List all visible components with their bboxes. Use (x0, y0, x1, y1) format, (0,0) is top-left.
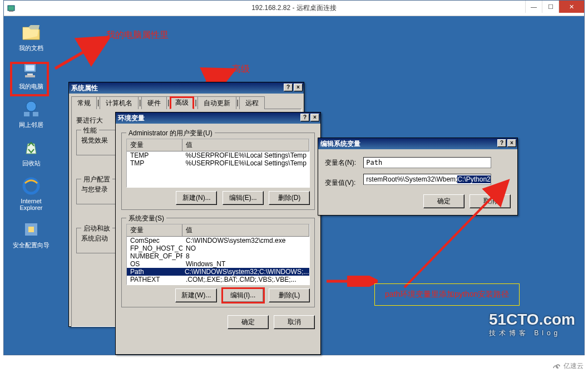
user-vars-group: Administrator 的用户变量(U) 变量值 TEMP%USERPROF… (121, 133, 315, 210)
close-button[interactable]: × (507, 139, 516, 147)
user-new-button[interactable]: 新建(N)... (176, 191, 217, 205)
close-button[interactable]: × (294, 84, 303, 91)
sys-edit-button[interactable]: 编辑(I)... (223, 288, 264, 302)
annotation-pathnote: path环境变量里添加python安装路径 (374, 283, 520, 306)
envvars-cancel-button[interactable]: 取消 (274, 315, 315, 329)
envvars-titlebar[interactable]: 环境变量 ?× (116, 112, 320, 124)
user-edit-button[interactable]: 编辑(E)... (223, 191, 264, 205)
tab-hardware[interactable]: 硬件 (141, 96, 167, 109)
svg-rect-8 (33, 112, 38, 116)
desktop-icon-mycomputer[interactable]: 我的电脑 (9, 61, 53, 91)
envvars-body: Administrator 的用户变量(U) 变量值 TEMP%USERPROF… (116, 124, 320, 335)
folder-icon (21, 23, 42, 42)
desktop-icon-ie[interactable]: Internet Explorer (9, 177, 53, 211)
desktop-icon-recycle[interactable]: 回收站 (9, 138, 53, 168)
secwiz-icon (21, 220, 42, 239)
list-item[interactable]: NUMBER_OF_PR...8 (127, 252, 309, 260)
list-item[interactable]: PATHEXT.COM;.EXE;.BAT;.CMD;.VBS;.VBE;... (127, 276, 309, 283)
help-button[interactable]: ? (497, 139, 506, 147)
tab-autoupdate[interactable]: 自动更新 (197, 96, 236, 109)
list-item-path[interactable]: PathC:\WINDOWS\system32;C:\WINDOWS;... (127, 268, 309, 276)
svg-line-11 (55, 38, 107, 68)
svg-rect-5 (25, 75, 35, 77)
editvar-cancel-button[interactable]: 取消 (470, 194, 511, 208)
environment-variables-dialog: 环境变量 ?× Administrator 的用户变量(U) 变量值 TEMP%… (115, 112, 321, 355)
help-button[interactable]: ? (284, 84, 293, 91)
svg-rect-7 (24, 112, 29, 116)
arrow-pathrow (322, 276, 378, 287)
envvars-ok-button[interactable]: 确定 (228, 315, 269, 329)
varname-input[interactable] (363, 157, 491, 168)
desktop-icon-mydocs[interactable]: 我的文档 (9, 23, 53, 52)
watermark-yisuyun: 亿速云 (551, 361, 584, 371)
recycle-icon (21, 138, 42, 157)
maximize-button[interactable]: ☐ (542, 1, 559, 13)
sys-vars-group: 系统变量(S) 变量值 ComSpecC:\WINDOWS\system32\c… (121, 218, 315, 307)
close-button[interactable]: × (310, 114, 319, 121)
varvalue-input[interactable]: rstemRoot%\System32\Wbem;C:\Python27 (363, 174, 491, 185)
sys-vars-list[interactable]: 变量值 ComSpecC:\WINDOWS\system32\cmd.exe F… (126, 224, 310, 285)
edit-system-variable-dialog: 编辑系统变量 ?× 变量名(N): 变量值(V): rstemRoot%\Sys… (318, 138, 518, 216)
rdp-titlebar: 192.168.2.82 - 远程桌面连接 — ☐ ✕ (4, 1, 584, 16)
minimize-button[interactable]: — (525, 1, 542, 13)
user-vars-list[interactable]: 变量值 TEMP%USERPROFILE%\Local Settings\Tem… (126, 139, 310, 188)
svg-rect-0 (8, 6, 14, 11)
svg-rect-1 (9, 11, 13, 12)
svg-rect-3 (26, 65, 34, 71)
ie-icon (21, 177, 42, 195)
desktop-icons: 我的文档 我的电脑 网上邻居 回收站 Internet Explorer 安全配… (9, 23, 53, 258)
list-item[interactable]: TMP%USERPROFILE%\Local Settings\Temp (127, 159, 309, 167)
list-item[interactable]: FP_NO_HOST_C...NO (127, 244, 309, 252)
remote-desktop: 我的文档 我的电脑 网上邻居 回收站 Internet Explorer 安全配… (4, 16, 584, 355)
sys-delete-button[interactable]: 删除(L) (269, 288, 310, 302)
tab-computername[interactable]: 计算机名 (100, 96, 139, 109)
svg-rect-4 (27, 74, 33, 75)
desktop-icon-secwiz[interactable]: 安全配置向导 (9, 220, 53, 249)
network-icon (21, 100, 42, 119)
editvar-titlebar[interactable]: 编辑系统变量 ?× (318, 138, 517, 149)
close-button[interactable]: ✕ (559, 1, 584, 13)
tab-remote[interactable]: 远程 (239, 96, 265, 109)
sysprops-titlebar[interactable]: 系统属性 ?× (69, 82, 304, 94)
list-item[interactable]: OSWindows_NT (127, 260, 309, 268)
annotation-mycomputer: 我的电脑属性里 (106, 30, 169, 41)
rdp-title-text: 192.168.2.82 - 远程桌面连接 (251, 3, 337, 13)
rdp-icon (7, 4, 16, 13)
list-item[interactable]: ComSpecC:\WINDOWS\system32\cmd.exe (127, 237, 309, 244)
svg-point-6 (26, 101, 36, 111)
editvar-body: 变量名(N): 变量值(V): rstemRoot%\System32\Wbem… (318, 149, 517, 213)
help-button[interactable]: ? (300, 114, 309, 121)
tab-general[interactable]: 常规 (71, 96, 97, 109)
editvar-ok-button[interactable]: 确定 (423, 194, 465, 208)
computer-icon (21, 61, 42, 80)
desktop-icon-network[interactable]: 网上邻居 (9, 100, 53, 129)
list-item[interactable]: TEMP%USERPROFILE%\Local Settings\Temp (127, 151, 309, 159)
arrow-mycomputer (48, 34, 110, 79)
tab-advanced[interactable]: 高级 (170, 96, 194, 109)
varname-label: 变量名(N): (325, 158, 362, 168)
sysprops-tabs: 常规 | 计算机名 | 硬件 | 高级 | 自动更新 | 远程 (69, 94, 304, 109)
varvalue-label: 变量值(V): (325, 178, 362, 188)
rdp-window-buttons: — ☐ ✕ (525, 1, 584, 13)
watermark-51cto: 51CTO.com 技术博客 Blog (489, 311, 575, 338)
sys-new-button[interactable]: 新建(W)... (175, 288, 217, 302)
annotation-advanced: 高级 (232, 63, 250, 75)
user-delete-button[interactable]: 删除(D) (269, 191, 310, 205)
